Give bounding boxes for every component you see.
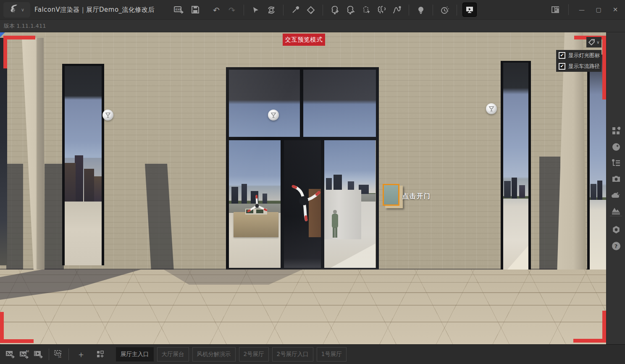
maximize-button[interactable]: ▢ [592, 3, 605, 16]
svg-text:EXE: EXE [176, 8, 181, 11]
bottom-toolbar: AI ✂ ＋ 展厅主入口 大厅展台 风机分解演示 2号展厅 2号展厅入口 1号展… [0, 344, 625, 364]
interactive-preview-mode-banner: 交互预览模式 [283, 34, 325, 46]
logo-chevron-down-icon: ∨ [21, 8, 24, 12]
export-video-icon[interactable] [32, 347, 46, 361]
eyedropper-icon[interactable] [289, 4, 302, 16]
version-bar: 版本 1.11.1.411 [0, 20, 625, 32]
forest-icon[interactable] [375, 4, 388, 16]
scene-glass-strip-left [0, 38, 7, 265]
scene-sunlit-floor-reflection [324, 244, 376, 271]
daylight-clock-icon[interactable] [439, 4, 451, 16]
light-gizmo-icon[interactable] [486, 103, 497, 114]
3d-viewport-canvas[interactable]: 点击开门 交互预览模式 ∨ ✔ 显示灯光图标 [0, 32, 606, 344]
save-icon[interactable] [189, 3, 202, 16]
redo-icon[interactable]: ↷ [226, 4, 238, 16]
safe-frame-bracket-top-left [3, 36, 35, 39]
scene-view-tabs: 展厅主入口 大厅展台 风机分解演示 2号展厅 2号展厅入口 1号展厅 [116, 347, 347, 361]
paint-fill-icon[interactable] [305, 4, 317, 16]
checkbox-label: 显示车流路径 [568, 63, 600, 70]
safe-frame-bracket-bottom-right [602, 311, 606, 343]
tab-exhibit-main-entrance[interactable]: 展厅主入口 [116, 347, 154, 361]
add-view-icon[interactable] [93, 347, 108, 361]
scene-column-shadow [0, 270, 151, 307]
scene-window-left [62, 64, 104, 265]
close-button[interactable]: ✕ [609, 3, 622, 16]
toolbar-divider [409, 5, 409, 16]
checkbox-checked-icon[interactable]: ✔ [559, 63, 565, 70]
scene-entrance-glazing [226, 67, 379, 271]
display-options-panel: ✔ 显示灯光图标 ✔ 显示车流路径 [556, 50, 601, 72]
export-image-ai-icon[interactable]: AI [18, 347, 32, 361]
scene-shadow-patch [539, 157, 560, 272]
scene-person [331, 210, 339, 238]
tab-hall-2-entrance[interactable]: 2号展厅入口 [272, 347, 313, 361]
tree-add-icon[interactable] [328, 4, 341, 16]
version-label: 版本 1.11.1.411 [4, 22, 46, 30]
tab-turbine-explode-demo[interactable]: 风机分解演示 [192, 347, 236, 361]
export-image-icon[interactable] [3, 347, 18, 361]
interactive-preview-button[interactable] [462, 3, 477, 17]
toolbar-divider [457, 5, 457, 16]
svg-text:✂: ✂ [58, 355, 61, 359]
safe-frame-bracket-bottom-right [573, 339, 606, 343]
light-gizmo-icon[interactable] [102, 110, 113, 120]
tab-lobby-booth[interactable]: 大厅展台 [157, 347, 189, 361]
scene-window-right [501, 61, 531, 274]
scene-shadow-patch [6, 164, 23, 272]
tree-remove-icon[interactable] [344, 4, 357, 16]
window-title: FalconV渲染器｜展厅Demo_流化修改后 [34, 0, 155, 20]
export-exe-icon[interactable]: EXE [173, 3, 186, 16]
app-logo-button[interactable]: ∨ [3, 2, 30, 18]
scene-shadow-patch [45, 164, 64, 272]
scene-city-reflection [503, 178, 528, 199]
settings-icon[interactable] [607, 223, 625, 236]
svg-text:AI: AI [26, 350, 29, 353]
light-bulb-tool-icon[interactable] [415, 4, 427, 16]
scene-city-reflection [65, 155, 102, 202]
falconv-renderer-window: ∨ FalconV渲染器｜展厅Demo_流化修改后 EXE ↶ ↷ [0, 0, 625, 364]
show-light-icons-checkbox-row[interactable]: ✔ 显示灯光图标 [556, 50, 601, 61]
show-traffic-path-checkbox-row[interactable]: ✔ 显示车流路径 [556, 61, 601, 72]
screenshot-crop-icon[interactable]: ✂ [52, 347, 66, 361]
select-cursor-icon[interactable] [249, 4, 262, 16]
safe-frame-bracket-bottom-left [0, 312, 4, 343]
camera-icon[interactable] [607, 173, 625, 185]
checkbox-label: 显示灯光图标 [568, 52, 600, 59]
orbit-camera-icon[interactable] [265, 4, 278, 16]
toolbar-divider [568, 4, 569, 15]
layout-panels-icon[interactable] [549, 3, 562, 16]
chevron-down-icon: ∨ [596, 40, 599, 45]
help-icon[interactable]: ? [607, 240, 625, 252]
tag-icon [588, 39, 595, 46]
toolbar-divider [283, 5, 284, 16]
material-sphere-icon[interactable] [607, 141, 625, 153]
weather-icon[interactable] [607, 189, 625, 201]
right-sidebar: ? [606, 32, 625, 344]
light-gizmo-icon[interactable] [268, 110, 279, 120]
door-hotspot-label: 点击开门 [402, 192, 431, 200]
tab-hall-1[interactable]: 1号展厅 [317, 347, 347, 361]
checkbox-checked-icon[interactable]: ✔ [559, 52, 565, 59]
path-curve-icon[interactable] [391, 4, 403, 16]
undo-icon[interactable]: ↶ [210, 4, 223, 16]
tree-select-icon[interactable] [360, 4, 372, 16]
falconv-logo-icon [9, 4, 19, 16]
sidebar-divider [610, 216, 622, 216]
safe-frame-bracket-bottom-left [0, 339, 34, 343]
door-open-hotspot[interactable] [383, 184, 399, 206]
toolbar-divider [323, 5, 323, 16]
viewport-corner-marker [0, 32, 5, 37]
overlay-tags-button[interactable]: ∨ [586, 37, 601, 47]
minimize-button[interactable]: — [575, 3, 588, 16]
assets-library-icon[interactable] [607, 125, 625, 137]
terrain-icon[interactable] [607, 204, 625, 217]
title-bar: ∨ FalconV渲染器｜展厅Demo_流化修改后 EXE ↶ ↷ [0, 0, 625, 20]
bottom-toolbar-divider [68, 348, 69, 360]
tab-hall-2[interactable]: 2号展厅 [239, 347, 269, 361]
add-button[interactable]: ＋ [74, 347, 88, 361]
safe-frame-bracket-top-left [3, 36, 7, 68]
bottom-toolbar-divider [49, 348, 49, 360]
scene-city-reflection [590, 181, 606, 200]
scene-hierarchy-icon[interactable] [607, 157, 625, 169]
scene-pavement [0, 270, 606, 344]
